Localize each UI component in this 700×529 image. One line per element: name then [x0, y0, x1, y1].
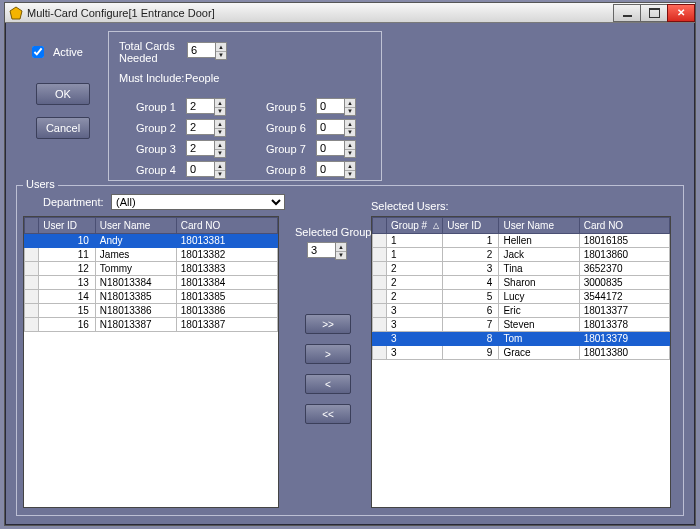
table-row[interactable]: 10Andy18013381 — [25, 234, 278, 248]
total-cards-spinner[interactable]: ▲▼ — [187, 42, 227, 60]
group-label: Group 2 — [136, 122, 186, 134]
group-label: Group 8 — [266, 164, 316, 176]
total-cards-label: Total Cards Needed — [119, 40, 179, 64]
table-row[interactable]: 23Tina3652370 — [373, 262, 670, 276]
close-button[interactable] — [667, 4, 695, 22]
remove-button[interactable]: < — [305, 374, 351, 394]
window-title: Multi-Card Configure[1 Entrance Door] — [27, 7, 215, 19]
selected-group-spinner[interactable]: ▲▼ — [307, 242, 347, 260]
spinner-arrows[interactable]: ▲▼ — [215, 42, 227, 60]
spinner-arrows[interactable]: ▲▼ — [344, 119, 356, 137]
selected-group-input[interactable] — [307, 242, 335, 258]
column-header[interactable]: Group #△ — [387, 218, 443, 234]
window: Multi-Card Configure[1 Entrance Door] Ac… — [4, 2, 696, 526]
spinner-arrows[interactable]: ▲▼ — [214, 119, 226, 137]
minimize-button[interactable] — [613, 4, 641, 22]
spinner-arrows[interactable]: ▲▼ — [214, 161, 226, 179]
active-label: Active — [53, 46, 83, 58]
sort-asc-icon: △ — [433, 221, 439, 230]
spinner-arrows[interactable]: ▲▼ — [344, 98, 356, 116]
group-input[interactable] — [316, 119, 344, 135]
group-input[interactable] — [186, 98, 214, 114]
group-input[interactable] — [316, 98, 344, 114]
selected-users-table[interactable]: Group #△User IDUser NameCard NO11Hellen1… — [371, 216, 671, 508]
group-spinner[interactable]: ▲▼ — [316, 119, 356, 137]
spinner-arrows[interactable]: ▲▼ — [344, 140, 356, 158]
table-row[interactable]: 25Lucy3544172 — [373, 290, 670, 304]
group-spinner[interactable]: ▲▼ — [186, 119, 226, 137]
spinner-arrows[interactable]: ▲▼ — [344, 161, 356, 179]
svg-marker-0 — [10, 7, 22, 19]
group-label: Group 1 — [136, 101, 186, 113]
available-users-table[interactable]: User IDUser NameCard NO10Andy1801338111J… — [23, 216, 279, 508]
table-row[interactable]: 11Hellen18016185 — [373, 234, 670, 248]
must-include-label: Must Include: — [119, 72, 184, 84]
table-row[interactable]: 16N1801338718013387 — [25, 318, 278, 332]
add-all-button[interactable]: >> — [305, 314, 351, 334]
ok-button[interactable]: OK — [36, 83, 90, 105]
table-row[interactable]: 15N1801338618013386 — [25, 304, 278, 318]
cancel-button[interactable]: Cancel — [36, 117, 90, 139]
department-select[interactable]: (All) — [111, 194, 285, 210]
maximize-button[interactable] — [640, 4, 668, 22]
group-input[interactable] — [186, 119, 214, 135]
group-label: Group 4 — [136, 164, 186, 176]
group-spinner[interactable]: ▲▼ — [316, 98, 356, 116]
app-icon — [9, 6, 23, 20]
table-row[interactable]: 12Tommy18013383 — [25, 262, 278, 276]
table-row[interactable]: 36Eric18013377 — [373, 304, 670, 318]
group-spinner[interactable]: ▲▼ — [316, 140, 356, 158]
column-header[interactable]: User Name — [95, 218, 176, 234]
table-row[interactable]: 24Sharon3000835 — [373, 276, 670, 290]
selected-group-label: Selected Group # — [295, 226, 381, 238]
titlebar[interactable]: Multi-Card Configure[1 Entrance Door] — [5, 3, 695, 23]
client-area: Active OK Cancel Total Cards Needed ▲▼ M… — [8, 25, 692, 522]
group-input[interactable] — [316, 161, 344, 177]
column-header[interactable]: Card NO — [176, 218, 277, 234]
department-label: Department: — [43, 196, 104, 208]
selected-users-label: Selected Users: — [371, 200, 449, 212]
table-row[interactable]: 38Tom18013379 — [373, 332, 670, 346]
users-fieldset: Users Department: (All) User IDUser Name… — [16, 185, 684, 516]
column-header[interactable]: User ID — [443, 218, 499, 234]
group-input[interactable] — [186, 161, 214, 177]
table-row[interactable]: 13N1801338418013384 — [25, 276, 278, 290]
total-cards-input[interactable] — [187, 42, 215, 58]
users-legend: Users — [23, 178, 58, 190]
remove-all-button[interactable]: << — [305, 404, 351, 424]
group-spinner[interactable]: ▲▼ — [186, 98, 226, 116]
group-label: Group 3 — [136, 143, 186, 155]
column-header[interactable]: User ID — [39, 218, 96, 234]
column-header[interactable]: Card NO — [579, 218, 669, 234]
spinner-arrows[interactable]: ▲▼ — [214, 98, 226, 116]
table-row[interactable]: 39Grace18013380 — [373, 346, 670, 360]
table-row[interactable]: 12Jack18013860 — [373, 248, 670, 262]
table-row[interactable]: 37Steven18013378 — [373, 318, 670, 332]
group-input[interactable] — [186, 140, 214, 156]
group-spinner[interactable]: ▲▼ — [186, 161, 226, 179]
group-spinner[interactable]: ▲▼ — [186, 140, 226, 158]
group-input[interactable] — [316, 140, 344, 156]
table-row[interactable]: 14N1801338518013385 — [25, 290, 278, 304]
spinner-arrows[interactable]: ▲▼ — [335, 242, 347, 260]
column-header[interactable]: User Name — [499, 218, 579, 234]
active-checkbox-input[interactable] — [32, 46, 44, 58]
spinner-arrows[interactable]: ▲▼ — [214, 140, 226, 158]
group-label: Group 7 — [266, 143, 316, 155]
table-row[interactable]: 11James18013382 — [25, 248, 278, 262]
group-label: Group 5 — [266, 101, 316, 113]
group-label: Group 6 — [266, 122, 316, 134]
add-button[interactable]: > — [305, 344, 351, 364]
must-include-value: People — [185, 72, 219, 84]
active-checkbox[interactable]: Active — [28, 43, 83, 61]
group-spinner[interactable]: ▲▼ — [316, 161, 356, 179]
